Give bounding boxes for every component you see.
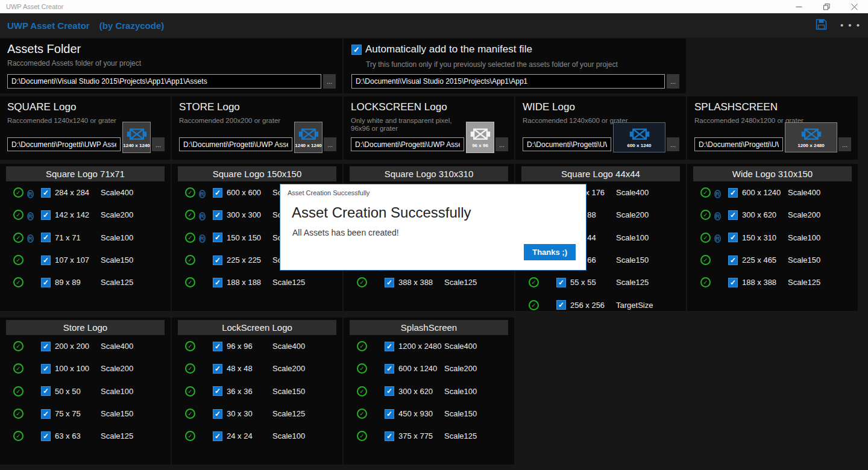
size-checkbox[interactable]: ✓ [213,255,222,265]
size-checkbox[interactable]: ✓ [385,342,394,351]
size-checkbox[interactable]: ✓ [728,255,738,265]
check-circle-icon: ✓ [529,277,539,287]
logo-browse-button[interactable]: ... [495,137,508,151]
scale-label: Scale400 [616,188,649,197]
size-checkbox[interactable]: ✓ [213,278,222,287]
window-controls [785,0,868,13]
size-checkbox[interactable]: ✓ [728,233,738,242]
size-checkbox[interactable]: ✓ [385,409,394,419]
size-checkbox[interactable]: ✓ [41,386,51,396]
resized-icon: R [714,190,721,198]
size-checkbox[interactable]: ✓ [41,188,51,198]
check-circle-icon: ✓ [13,341,24,351]
assets-folder-browse-button[interactable]: ... [323,74,336,89]
manifest-checkbox[interactable]: ✓ [351,45,362,55]
size-checkbox[interactable]: ✓ [385,431,394,441]
size-checkbox[interactable]: ✓ [41,278,51,287]
logo-path-input[interactable] [351,137,464,151]
check-circle-icon: ✓ [357,277,367,287]
size-checkbox[interactable]: ✓ [213,431,222,441]
size-checkbox[interactable]: ✓ [728,210,738,220]
check-circle-icon: ✓ [185,386,195,396]
check-circle-icon: ✓ [13,409,24,419]
preview-size-label: 96 x 96 [472,143,488,148]
manifest-path-input[interactable] [351,74,665,89]
scale-label: Scale400 [101,188,133,197]
size-checkbox[interactable]: ✓ [213,364,222,374]
check-circle-icon: ✓ [13,277,24,287]
size-checkbox[interactable]: ✓ [728,278,738,287]
logo-path-input[interactable] [7,137,121,151]
logo-browse-button[interactable]: ... [324,137,336,151]
scale-panel-title: Square Logo 150x150 [178,166,336,181]
scale-label: Scale150 [616,255,649,265]
size-label: 30 x 30 [227,409,272,418]
assets-folder-panel: Assets Folder Raccomeded Assets folder o… [0,39,342,93]
asset-preview: 96 x 96 [466,122,494,153]
app-byline: (by Crazycode) [99,20,165,31]
minimize-button[interactable] [785,0,813,13]
size-checkbox[interactable]: ✓ [556,278,566,287]
scale-row: ✓✓256 x 256TargetSize [515,293,686,311]
check-circle-icon: ✓ [185,233,195,243]
scale-row: ✓✓600 x 1240Scale200 [344,357,514,380]
save-button[interactable] [816,19,827,33]
size-checkbox[interactable]: ✓ [41,233,51,242]
logo-card-subtitle: Raccomended 1240x1240 or grater [7,117,116,125]
size-label: 75 x 75 [55,409,101,418]
size-checkbox[interactable]: ✓ [213,233,222,242]
size-checkbox[interactable]: ✓ [41,409,51,419]
restore-button[interactable] [813,0,840,13]
scale-label: Scale200 [788,210,820,219]
manifest-browse-button[interactable]: ... [667,74,679,89]
logo-path-input[interactable] [694,137,783,151]
resized-icon: R [27,190,34,198]
restore-icon [823,4,830,10]
resized-icon: R [199,212,206,221]
resized-icon: R [199,234,206,243]
size-checkbox[interactable]: ✓ [385,364,394,374]
size-label: 200 x 200 [55,342,101,351]
scale-row: ✓✓188 x 388Scale125 [687,271,858,293]
size-checkbox[interactable]: ✓ [41,342,51,351]
close-button[interactable] [840,0,868,13]
resized-icon: R [27,212,34,221]
size-label: 63 x 63 [55,431,101,440]
scale-label: Scale150 [788,255,820,265]
size-checkbox[interactable]: ✓ [213,188,222,198]
size-label: 188 x 188 [227,278,272,287]
scale-row: ✓✓1200 x 2480Scale400 [344,335,514,357]
scale-label: Scale100 [444,387,477,396]
scale-row: ✓✓63 x 63Scale125 [0,425,171,447]
logo-browse-button[interactable]: ... [667,137,679,151]
thanks-button[interactable]: Thanks ;) [524,244,576,260]
size-checkbox[interactable]: ✓ [385,386,394,396]
logo-browse-button[interactable]: ... [838,137,851,151]
logo-card-title: WIDE Logo [523,101,575,113]
size-checkbox[interactable]: ✓ [41,210,51,220]
size-checkbox[interactable]: ✓ [728,188,738,198]
size-checkbox[interactable]: ✓ [213,342,222,351]
size-checkbox[interactable]: ✓ [213,409,222,419]
size-checkbox[interactable]: ✓ [41,255,51,265]
assets-folder-path-input[interactable] [7,74,321,89]
resized-slot: R [714,187,728,198]
size-checkbox[interactable]: ✓ [556,300,566,310]
scale-row: ✓✓200 x 200Scale400 [0,335,171,357]
size-checkbox[interactable]: ✓ [41,364,51,374]
logo-browse-button[interactable]: ... [152,137,165,151]
scale-row: ✓✓24 x 24Scale100 [172,425,342,447]
check-circle-icon: ✓ [185,363,195,374]
more-button[interactable]: • • • [840,22,861,28]
size-checkbox[interactable]: ✓ [213,210,222,220]
size-label: 300 x 620 [398,387,444,396]
resized-slot: R [199,187,213,198]
size-checkbox[interactable]: ✓ [213,386,222,396]
resized-slot: R [27,210,41,221]
logo-path-input[interactable] [179,137,292,151]
asset-preview: 1240 x 1240 [122,122,151,153]
size-checkbox[interactable]: ✓ [41,431,51,441]
logo-path-input[interactable] [523,137,611,151]
size-checkbox[interactable]: ✓ [385,278,394,287]
check-circle-icon: ✓ [185,210,195,220]
